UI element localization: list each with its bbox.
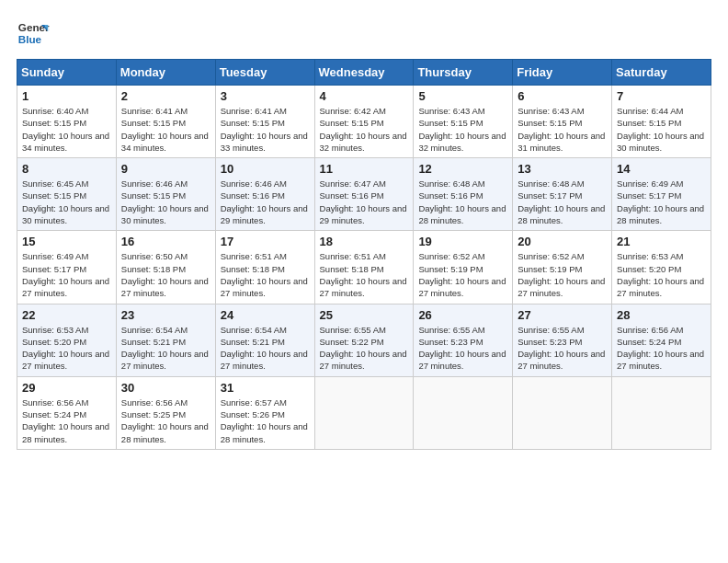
calendar-cell: 29Sunrise: 6:56 AMSunset: 5:24 PMDayligh… [17, 376, 117, 449]
calendar-cell: 20Sunrise: 6:52 AMSunset: 5:19 PMDayligh… [513, 231, 612, 304]
day-number: 12 [418, 162, 508, 176]
day-info: Sunrise: 6:40 AMSunset: 5:15 PMDaylight:… [22, 105, 112, 154]
calendar-cell: 13Sunrise: 6:48 AMSunset: 5:17 PMDayligh… [513, 158, 612, 231]
calendar-cell: 15Sunrise: 6:49 AMSunset: 5:17 PMDayligh… [17, 231, 117, 304]
svg-text:Blue: Blue [18, 33, 42, 45]
day-number: 28 [617, 308, 707, 322]
calendar-cell: 25Sunrise: 6:55 AMSunset: 5:22 PMDayligh… [314, 304, 414, 376]
day-number: 16 [121, 235, 211, 248]
calendar-cell: 28Sunrise: 6:56 AMSunset: 5:24 PMDayligh… [612, 304, 711, 376]
day-of-week-header: Sunday [17, 60, 117, 86]
day-info: Sunrise: 6:56 AMSunset: 5:25 PMDaylight:… [121, 396, 211, 445]
day-number: 29 [22, 381, 112, 395]
calendar-cell: 11Sunrise: 6:47 AMSunset: 5:16 PMDayligh… [314, 158, 414, 231]
day-number: 9 [121, 162, 211, 176]
day-of-week-header: Saturday [612, 60, 711, 86]
calendar-body: 1Sunrise: 6:40 AMSunset: 5:15 PMDaylight… [17, 86, 711, 450]
day-number: 19 [418, 235, 508, 248]
day-info: Sunrise: 6:55 AMSunset: 5:22 PMDaylight:… [320, 324, 410, 373]
day-of-week-header: Friday [513, 60, 612, 86]
day-info: Sunrise: 6:48 AMSunset: 5:16 PMDaylight:… [418, 178, 508, 226]
calendar-week-row: 1Sunrise: 6:40 AMSunset: 5:15 PMDaylight… [17, 86, 711, 158]
day-number: 2 [121, 89, 211, 103]
day-info: Sunrise: 6:53 AMSunset: 5:20 PMDaylight:… [617, 250, 707, 299]
day-number: 10 [221, 162, 311, 176]
day-info: Sunrise: 6:49 AMSunset: 5:17 PMDaylight:… [22, 250, 112, 299]
day-number: 31 [221, 381, 311, 395]
day-info: Sunrise: 6:55 AMSunset: 5:23 PMDaylight:… [418, 324, 508, 373]
days-of-week-row: SundayMondayTuesdayWednesdayThursdayFrid… [17, 60, 711, 86]
day-of-week-header: Thursday [414, 60, 513, 86]
logo: General Blue [17, 17, 50, 50]
day-number: 1 [22, 89, 112, 103]
day-info: Sunrise: 6:46 AMSunset: 5:16 PMDaylight:… [221, 178, 311, 226]
calendar-week-row: 29Sunrise: 6:56 AMSunset: 5:24 PMDayligh… [17, 376, 711, 449]
day-number: 25 [320, 308, 410, 322]
calendar-cell: 14Sunrise: 6:49 AMSunset: 5:17 PMDayligh… [612, 158, 711, 231]
day-number: 4 [320, 89, 410, 103]
day-info: Sunrise: 6:57 AMSunset: 5:26 PMDaylight:… [221, 396, 311, 445]
calendar-cell [612, 376, 711, 449]
calendar-cell: 7Sunrise: 6:44 AMSunset: 5:15 PMDaylight… [612, 86, 711, 158]
day-info: Sunrise: 6:53 AMSunset: 5:20 PMDaylight:… [22, 324, 112, 373]
calendar-cell: 12Sunrise: 6:48 AMSunset: 5:16 PMDayligh… [414, 158, 513, 231]
day-number: 23 [121, 308, 211, 322]
calendar-cell: 16Sunrise: 6:50 AMSunset: 5:18 PMDayligh… [116, 231, 215, 304]
calendar-cell: 19Sunrise: 6:52 AMSunset: 5:19 PMDayligh… [414, 231, 513, 304]
calendar-cell: 5Sunrise: 6:43 AMSunset: 5:15 PMDaylight… [414, 86, 513, 158]
page: General Blue SundayMondayTuesdayWednesda… [0, 0, 728, 563]
day-info: Sunrise: 6:55 AMSunset: 5:23 PMDaylight:… [518, 324, 608, 373]
calendar-cell: 9Sunrise: 6:46 AMSunset: 5:15 PMDaylight… [116, 158, 215, 231]
day-info: Sunrise: 6:56 AMSunset: 5:24 PMDaylight:… [617, 324, 707, 373]
day-info: Sunrise: 6:45 AMSunset: 5:15 PMDaylight:… [22, 178, 112, 226]
day-number: 27 [518, 308, 608, 322]
calendar-week-row: 22Sunrise: 6:53 AMSunset: 5:20 PMDayligh… [17, 304, 711, 376]
day-number: 20 [518, 235, 608, 248]
calendar-cell: 2Sunrise: 6:41 AMSunset: 5:15 PMDaylight… [116, 86, 215, 158]
day-info: Sunrise: 6:52 AMSunset: 5:19 PMDaylight:… [518, 250, 608, 299]
day-number: 8 [22, 162, 112, 176]
day-of-week-header: Tuesday [215, 60, 314, 86]
day-of-week-header: Monday [116, 60, 215, 86]
day-info: Sunrise: 6:41 AMSunset: 5:15 PMDaylight:… [221, 105, 311, 154]
day-info: Sunrise: 6:44 AMSunset: 5:15 PMDaylight:… [617, 105, 707, 154]
day-info: Sunrise: 6:42 AMSunset: 5:15 PMDaylight:… [320, 105, 410, 154]
calendar-cell [314, 376, 414, 449]
calendar-cell: 6Sunrise: 6:43 AMSunset: 5:15 PMDaylight… [513, 86, 612, 158]
day-info: Sunrise: 6:41 AMSunset: 5:15 PMDaylight:… [121, 105, 211, 154]
header: General Blue [17, 17, 711, 50]
logo-icon: General Blue [17, 17, 50, 50]
calendar-cell: 18Sunrise: 6:51 AMSunset: 5:18 PMDayligh… [314, 231, 414, 304]
day-info: Sunrise: 6:54 AMSunset: 5:21 PMDaylight:… [221, 324, 311, 373]
calendar-week-row: 15Sunrise: 6:49 AMSunset: 5:17 PMDayligh… [17, 231, 711, 304]
day-number: 3 [221, 89, 311, 103]
day-info: Sunrise: 6:46 AMSunset: 5:15 PMDaylight:… [121, 178, 211, 226]
calendar-cell: 23Sunrise: 6:54 AMSunset: 5:21 PMDayligh… [116, 304, 215, 376]
calendar-cell: 26Sunrise: 6:55 AMSunset: 5:23 PMDayligh… [414, 304, 513, 376]
day-info: Sunrise: 6:54 AMSunset: 5:21 PMDaylight:… [121, 324, 211, 373]
day-number: 22 [22, 308, 112, 322]
day-number: 17 [221, 235, 311, 248]
calendar-cell: 17Sunrise: 6:51 AMSunset: 5:18 PMDayligh… [215, 231, 314, 304]
day-info: Sunrise: 6:56 AMSunset: 5:24 PMDaylight:… [22, 396, 112, 445]
day-number: 5 [418, 89, 508, 103]
calendar-cell: 3Sunrise: 6:41 AMSunset: 5:15 PMDaylight… [215, 86, 314, 158]
calendar-cell: 1Sunrise: 6:40 AMSunset: 5:15 PMDaylight… [17, 86, 117, 158]
calendar-cell: 31Sunrise: 6:57 AMSunset: 5:26 PMDayligh… [215, 376, 314, 449]
calendar-cell: 30Sunrise: 6:56 AMSunset: 5:25 PMDayligh… [116, 376, 215, 449]
day-info: Sunrise: 6:43 AMSunset: 5:15 PMDaylight:… [418, 105, 508, 154]
day-number: 24 [221, 308, 311, 322]
calendar-table: SundayMondayTuesdayWednesdayThursdayFrid… [17, 59, 711, 450]
day-info: Sunrise: 6:50 AMSunset: 5:18 PMDaylight:… [121, 250, 211, 299]
calendar-cell: 4Sunrise: 6:42 AMSunset: 5:15 PMDaylight… [314, 86, 414, 158]
day-number: 30 [121, 381, 211, 395]
calendar-cell [513, 376, 612, 449]
calendar-cell: 22Sunrise: 6:53 AMSunset: 5:20 PMDayligh… [17, 304, 117, 376]
day-number: 7 [617, 89, 707, 103]
day-number: 13 [518, 162, 608, 176]
day-number: 11 [320, 162, 410, 176]
day-info: Sunrise: 6:49 AMSunset: 5:17 PMDaylight:… [617, 178, 707, 226]
day-info: Sunrise: 6:48 AMSunset: 5:17 PMDaylight:… [518, 178, 608, 226]
day-number: 15 [22, 235, 112, 248]
day-info: Sunrise: 6:43 AMSunset: 5:15 PMDaylight:… [518, 105, 608, 154]
